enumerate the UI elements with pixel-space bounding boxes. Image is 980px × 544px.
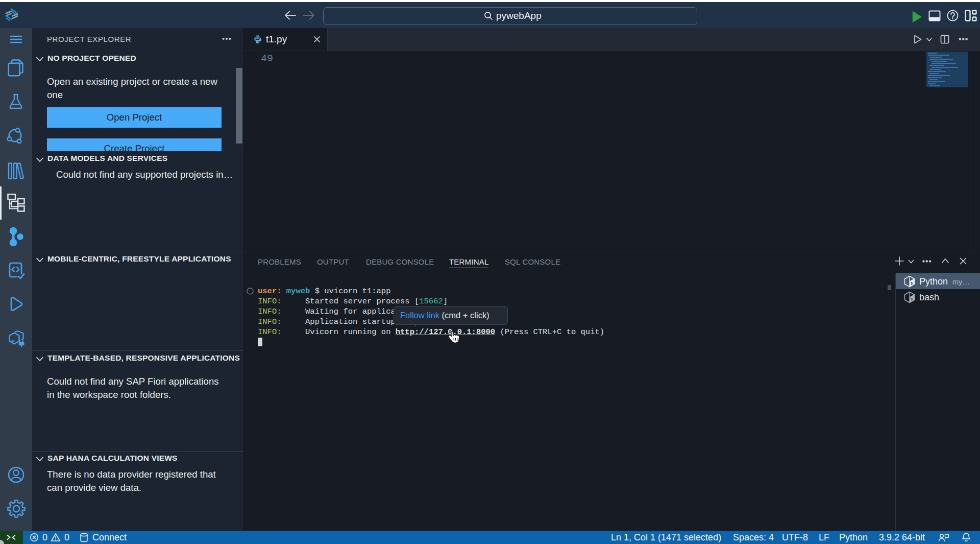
svg-text:$: $ [911,297,913,301]
svg-text:$: $ [911,281,913,286]
